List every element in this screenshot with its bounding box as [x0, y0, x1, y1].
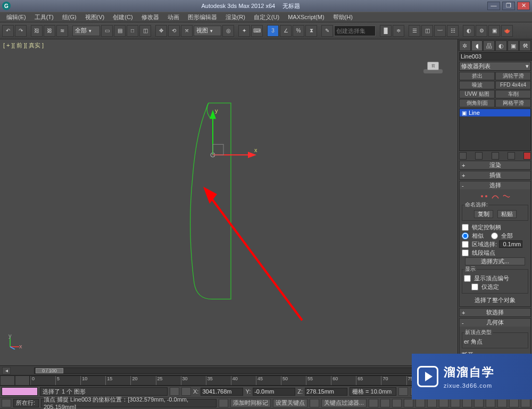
goto-end-button[interactable]: [415, 399, 425, 407]
y-coord-input[interactable]: [253, 388, 295, 396]
time-slider-handle[interactable]: 0 / 100: [36, 368, 63, 373]
menu-render[interactable]: 渲染(R): [222, 12, 248, 22]
mod-meshsmooth[interactable]: 网格平滑: [495, 99, 531, 107]
select-object-button[interactable]: ▭: [101, 25, 113, 37]
timeslider-prev-button[interactable]: ◂: [2, 367, 11, 374]
maximize-button[interactable]: ❐: [502, 2, 515, 10]
link-button[interactable]: ⛓: [31, 25, 43, 37]
lock-handles-check[interactable]: [462, 224, 469, 231]
menu-maxscript[interactable]: MAXScript(M): [285, 13, 327, 21]
tab-hierarchy[interactable]: 品: [483, 40, 495, 51]
track-bar-filter-button[interactable]: [15, 375, 30, 386]
selection-filter-combo[interactable]: 全部▾: [72, 26, 100, 36]
paste-selection-button[interactable]: 粘贴: [497, 210, 517, 218]
key-filters-button[interactable]: 关键点过滤器...: [321, 399, 367, 407]
field-of-view-button[interactable]: [486, 399, 495, 407]
render-setup-button[interactable]: ⚙: [476, 25, 487, 37]
goto-start-button[interactable]: [369, 399, 378, 407]
tab-display[interactable]: ▣: [508, 40, 519, 51]
snap-toggle-button[interactable]: 3: [267, 25, 279, 37]
zoom-extents-button[interactable]: [462, 399, 472, 407]
viewport-front[interactable]: [ + ][ 前 ][ 真实 ] 前 y x: [0, 39, 458, 365]
make-unique-button[interactable]: [492, 152, 499, 160]
mini-curve-editor-button[interactable]: [0, 375, 15, 386]
show-vertex-numbers-check[interactable]: [464, 275, 471, 282]
mod-lathe[interactable]: 车削: [495, 90, 531, 98]
tab-modify[interactable]: ◖: [471, 40, 483, 51]
zoom-button[interactable]: [439, 399, 448, 407]
all-radio[interactable]: [491, 232, 498, 239]
configure-sets-button[interactable]: [523, 152, 531, 160]
min-max-toggle-button[interactable]: [521, 399, 530, 407]
pin-stack-button[interactable]: [459, 152, 467, 160]
next-frame-button[interactable]: [404, 399, 413, 407]
render-production-button[interactable]: 🫖: [501, 25, 513, 37]
similar-radio[interactable]: [462, 232, 469, 239]
menu-modifiers[interactable]: 修改器: [138, 12, 162, 22]
tab-motion[interactable]: ◐: [495, 40, 507, 51]
menu-edit[interactable]: 编辑(E): [3, 12, 29, 22]
modifier-stack[interactable]: ▣ Line: [459, 108, 531, 151]
graphite-tools-button[interactable]: ◫: [421, 25, 433, 37]
tab-create[interactable]: ✲: [459, 40, 471, 51]
window-crossing-button[interactable]: ◫: [139, 25, 151, 37]
mod-extrude[interactable]: 挤出: [459, 72, 495, 80]
tab-utilities[interactable]: 🛠: [519, 40, 531, 51]
set-key-button[interactable]: 设置关键点: [273, 399, 307, 407]
area-select-value[interactable]: [499, 240, 522, 248]
undo-button[interactable]: ↶: [2, 25, 14, 37]
unlink-button[interactable]: ⛓̸: [44, 25, 55, 37]
time-tag-icon[interactable]: [219, 399, 228, 407]
menu-views[interactable]: 视图(V): [82, 12, 108, 22]
keyboard-shortcut-button[interactable]: ⌨: [251, 25, 263, 37]
transform-type-in-icon[interactable]: [181, 387, 191, 396]
mod-noise[interactable]: 噪波: [459, 81, 495, 89]
selected-only-check[interactable]: [471, 283, 478, 290]
menu-customize[interactable]: 自定义(U): [251, 12, 282, 22]
mod-uvwmap[interactable]: UVW 贴图: [459, 90, 495, 98]
vertex-level-icon[interactable]: [480, 193, 488, 199]
menu-tools[interactable]: 工具(T): [31, 12, 57, 22]
select-rotate-button[interactable]: ⟲: [168, 25, 180, 37]
spline-level-icon[interactable]: [503, 193, 510, 199]
segment-end-check[interactable]: [462, 249, 469, 256]
close-button[interactable]: ✕: [517, 2, 530, 10]
select-by-name-button[interactable]: ▤: [114, 25, 126, 37]
pan-view-button[interactable]: [497, 399, 507, 407]
named-selection-sets-input[interactable]: [334, 26, 376, 36]
curve-editor-button[interactable]: 〰: [434, 25, 446, 37]
mirror-button[interactable]: ▐▌: [380, 25, 392, 37]
menu-animation[interactable]: 动画: [164, 12, 182, 22]
select-scale-button[interactable]: ⤧: [181, 25, 193, 37]
mod-turbosmooth[interactable]: 涡轮平滑: [495, 72, 531, 80]
select-move-button[interactable]: ✥: [155, 25, 167, 37]
maxscript-listener-button[interactable]: [2, 399, 11, 407]
align-button[interactable]: ≑: [393, 25, 404, 37]
percent-snap-button[interactable]: %: [293, 25, 304, 37]
material-editor-button[interactable]: ◐: [463, 25, 475, 37]
area-select-check[interactable]: [462, 241, 469, 248]
isolate-selection-button[interactable]: [398, 387, 408, 396]
object-name-input[interactable]: [459, 52, 532, 61]
menu-group[interactable]: 组(G): [59, 12, 80, 22]
menu-create[interactable]: 创建(C): [110, 12, 136, 22]
stack-item-line[interactable]: ▣ Line: [460, 109, 530, 116]
schematic-view-button[interactable]: ☷: [447, 25, 459, 37]
edit-named-sel-button[interactable]: ✎: [321, 25, 333, 37]
z-coord-input[interactable]: [305, 388, 347, 396]
menu-grapheditors[interactable]: 图形编辑器: [185, 12, 220, 22]
copy-selection-button[interactable]: 复制: [474, 210, 493, 218]
bind-spacewarp-button[interactable]: ≋: [56, 25, 68, 37]
zoom-all-button[interactable]: [451, 399, 460, 407]
add-time-tag-button[interactable]: 添加时间标记: [230, 399, 271, 407]
redo-button[interactable]: ↷: [15, 25, 27, 37]
rect-select-region-button[interactable]: □: [127, 25, 138, 37]
render-frame-button[interactable]: ▣: [488, 25, 500, 37]
use-pivot-center-button[interactable]: ◎: [222, 25, 234, 37]
mod-ffd[interactable]: FFD 4x4x4: [495, 81, 531, 89]
spinner-snap-button[interactable]: ⧗: [305, 25, 317, 37]
show-end-result-button[interactable]: [475, 152, 483, 160]
mod-bevelprofile[interactable]: 倒角剖面: [459, 99, 495, 107]
minimize-button[interactable]: —: [487, 2, 500, 10]
menu-help[interactable]: 帮助(H): [330, 12, 356, 22]
